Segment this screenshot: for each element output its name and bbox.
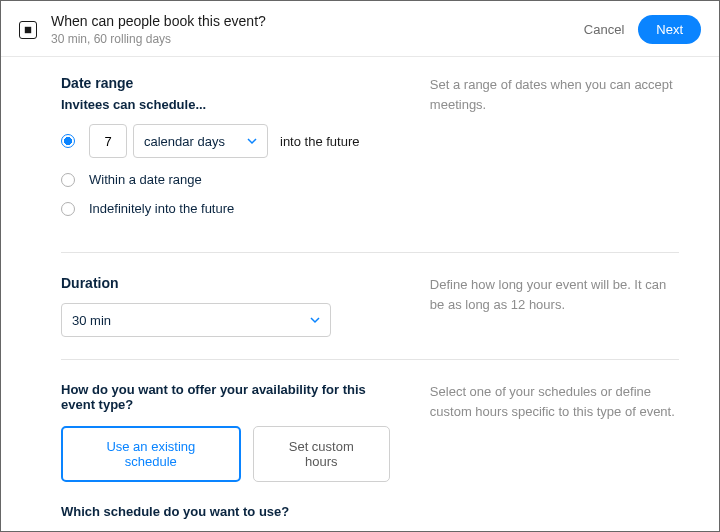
panel-body: Date range Invitees can schedule... cale… [1,57,719,531]
divider [61,252,679,253]
option-indefinite[interactable]: Indefinitely into the future [61,201,390,216]
availability-question: How do you want to offer your availabili… [61,382,390,412]
use-existing-schedule-button[interactable]: Use an existing schedule [61,426,241,482]
indefinite-label: Indefinitely into the future [89,201,234,216]
panel-header: When can people book this event? 30 min,… [1,1,719,57]
duration-section: Duration 30 min Define how long your eve… [61,275,679,337]
panel-title: When can people book this event? [51,13,584,29]
duration-value: 30 min [72,313,111,328]
next-button[interactable]: Next [638,15,701,44]
chevron-down-icon [247,136,257,146]
which-schedule-label: Which schedule do you want to use? [61,504,390,519]
within-range-label: Within a date range [89,172,202,187]
days-input[interactable] [89,124,127,158]
availability-section: How do you want to offer your availabili… [61,382,679,531]
chevron-down-icon [310,315,320,325]
availability-options: Use an existing schedule Set custom hour… [61,426,390,482]
option-rolling-days[interactable]: calendar days into the future [61,124,390,158]
date-range-title: Date range [61,75,390,91]
duration-help: Define how long your event will be. It c… [430,275,679,337]
header-titles: When can people book this event? 30 min,… [51,13,584,46]
radio-rolling-days[interactable] [61,134,75,148]
calendar-icon [19,21,37,39]
divider [61,359,679,360]
duration-select[interactable]: 30 min [61,303,331,337]
date-range-section: Date range Invitees can schedule... cale… [61,75,679,230]
days-unit-select[interactable]: calendar days [133,124,268,158]
panel-subtitle: 30 min, 60 rolling days [51,32,584,46]
availability-help: Select one of your schedules or define c… [430,382,679,531]
svg-rect-0 [25,26,31,32]
days-unit-value: calendar days [144,134,225,149]
radio-within-range[interactable] [61,173,75,187]
event-availability-panel: When can people book this event? 30 min,… [0,0,720,532]
duration-title: Duration [61,275,390,291]
option-within-range[interactable]: Within a date range [61,172,390,187]
invitees-label: Invitees can schedule... [61,97,390,112]
cancel-link[interactable]: Cancel [584,22,624,37]
date-range-help: Set a range of dates when you can accept… [430,75,679,230]
radio-indefinite[interactable] [61,202,75,216]
future-suffix: into the future [280,134,360,149]
set-custom-hours-button[interactable]: Set custom hours [253,426,390,482]
